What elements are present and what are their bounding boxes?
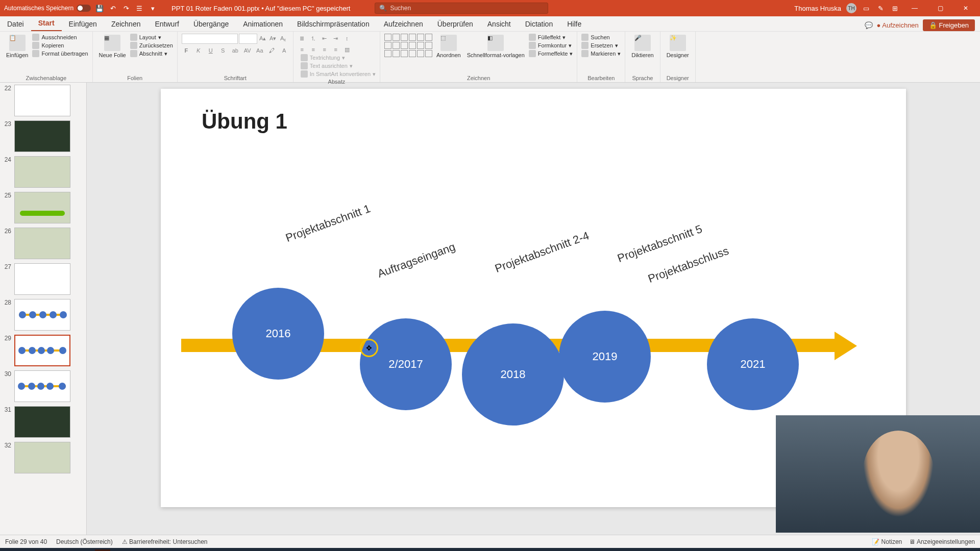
find-button[interactable]: Suchen: [581, 34, 621, 41]
section-button[interactable]: Abschnitt ▾: [130, 50, 173, 57]
slide-counter[interactable]: Folie 29 von 40: [5, 538, 47, 545]
user-name[interactable]: Thomas Hruska: [794, 5, 841, 12]
tab-ueberpruefen[interactable]: Überprüfen: [430, 17, 480, 31]
label-1[interactable]: Projektabschnitt 1: [284, 202, 372, 245]
spacing-icon[interactable]: AV: [243, 46, 252, 55]
minimize-icon[interactable]: —: [904, 0, 925, 16]
shapes-gallery[interactable]: [384, 34, 432, 57]
dictate-button[interactable]: 🎤Diktieren: [629, 34, 655, 59]
quick-styles-button[interactable]: ◧Schnellformat-vorlagen: [465, 34, 527, 59]
display-settings-button[interactable]: 🖥 Anzeigeeinstellungen: [909, 538, 975, 545]
copy-button[interactable]: Kopieren: [32, 42, 88, 49]
bubble-2018[interactable]: 2018: [462, 323, 564, 425]
share-button[interactable]: 🔒 Freigeben: [923, 19, 975, 31]
autosave-toggle[interactable]: Automatisches Speichern: [4, 5, 91, 12]
bullets-icon[interactable]: ≣: [298, 34, 307, 43]
draw-icon[interactable]: ✎: [876, 4, 885, 13]
replace-button[interactable]: Ersetzen ▾: [581, 42, 621, 49]
notes-button[interactable]: 📝 Notizen: [872, 538, 902, 545]
touchmode-icon[interactable]: ☰: [135, 4, 144, 13]
tab-hilfe[interactable]: Hilfe: [560, 17, 589, 31]
timeline-arrowhead[interactable]: [835, 332, 857, 360]
tab-entwurf[interactable]: Entwurf: [148, 17, 186, 31]
label-2[interactable]: Auftragseingang: [376, 240, 457, 281]
new-slide-button[interactable]: ▦Neue Folie: [97, 34, 128, 59]
present-icon[interactable]: ▭: [862, 4, 871, 13]
bubble-2017[interactable]: 2/2017: [360, 318, 452, 410]
outline-button[interactable]: Formkontur ▾: [529, 42, 573, 49]
underline-icon[interactable]: U: [206, 46, 215, 55]
accessibility-status[interactable]: ⚠ Barrierefreiheit: Untersuchen: [122, 538, 208, 545]
format-painter-button[interactable]: Format übertragen: [32, 50, 88, 57]
cut-button[interactable]: Ausschneiden: [32, 34, 88, 41]
thumb-28[interactable]: [14, 299, 70, 331]
decrease-font-icon[interactable]: A▾: [268, 34, 278, 43]
paste-button[interactable]: 📋Einfügen: [4, 34, 30, 59]
indent-icon[interactable]: ⇥: [331, 34, 340, 43]
tab-animationen[interactable]: Animationen: [236, 17, 290, 31]
thumb-22[interactable]: [14, 85, 70, 116]
bubble-2019[interactable]: 2019: [559, 311, 651, 403]
font-size-box[interactable]: [239, 34, 257, 44]
select-button[interactable]: Markieren ▾: [581, 50, 621, 57]
thumb-25[interactable]: [14, 192, 70, 223]
tab-datei[interactable]: Datei: [0, 17, 31, 31]
tab-start[interactable]: Start: [31, 16, 62, 31]
thumb-32[interactable]: [14, 442, 70, 473]
record-button[interactable]: Aufzeichnen: [882, 21, 919, 29]
justify-icon[interactable]: ≡: [331, 45, 340, 54]
lineheight-icon[interactable]: ↕: [342, 34, 352, 43]
layout-button[interactable]: Layout ▾: [130, 34, 173, 41]
columns-icon[interactable]: ▥: [342, 45, 352, 54]
tab-aufzeichnen[interactable]: Aufzeichnen: [377, 17, 430, 31]
label-3[interactable]: Projektabschnitt 2-4: [493, 229, 591, 276]
tab-uebergaenge[interactable]: Übergänge: [186, 17, 236, 31]
increase-font-icon[interactable]: A▴: [258, 34, 267, 43]
clear-format-icon[interactable]: Aᵪ: [279, 34, 288, 43]
fill-button[interactable]: Fülleffekt ▾: [529, 34, 573, 41]
undo-icon[interactable]: ↶: [108, 4, 117, 13]
align-right-icon[interactable]: ≡: [320, 45, 329, 54]
reset-button[interactable]: Zurücksetzen: [130, 42, 173, 49]
effects-button[interactable]: Formeffekte ▾: [529, 50, 573, 57]
thumb-27[interactable]: [14, 263, 70, 295]
slide-thumbnails[interactable]: 22 23 24 25 26 27 28 29 30 31 32: [0, 83, 87, 535]
align-left-icon[interactable]: ≡: [298, 45, 307, 54]
thumb-24[interactable]: [14, 156, 70, 188]
redo-icon[interactable]: ↷: [121, 4, 131, 13]
outdent-icon[interactable]: ⇤: [320, 34, 329, 43]
more-qat-icon[interactable]: ▾: [148, 4, 157, 13]
fontcolor-icon[interactable]: A: [280, 46, 289, 55]
maximize-icon[interactable]: ▢: [930, 0, 950, 16]
thumb-23[interactable]: [14, 120, 70, 152]
slide-title[interactable]: Übung 1: [202, 109, 287, 134]
highlight-icon[interactable]: 🖍: [267, 46, 277, 55]
arrange-button[interactable]: ⬚Anordnen: [434, 34, 463, 59]
user-avatar[interactable]: TH: [846, 3, 856, 13]
tab-bildschirmpraesentation[interactable]: Bildschirmpräsentation: [290, 17, 377, 31]
bold-icon[interactable]: F: [182, 46, 191, 55]
designer-button[interactable]: ✨Designer: [665, 34, 691, 59]
thumb-30[interactable]: [14, 370, 70, 402]
numbers-icon[interactable]: ⒈: [309, 34, 318, 43]
bubble-2016[interactable]: 2016: [232, 288, 324, 380]
strike-icon[interactable]: S: [218, 46, 228, 55]
bubble-2021[interactable]: 2021: [707, 318, 799, 410]
window-icon[interactable]: ⊞: [890, 4, 899, 13]
italic-icon[interactable]: K: [194, 46, 203, 55]
shadow-icon[interactable]: ab: [231, 46, 240, 55]
tab-zeichnen[interactable]: Zeichnen: [104, 17, 148, 31]
collapse-ribbon-icon[interactable]: 💬: [865, 21, 873, 29]
tab-dictation[interactable]: Dictation: [518, 17, 560, 31]
thumb-29[interactable]: [14, 335, 70, 366]
thumb-31[interactable]: [14, 406, 70, 438]
close-icon[interactable]: ✕: [955, 0, 976, 16]
case-icon[interactable]: Aa: [255, 46, 264, 55]
thumb-26[interactable]: [14, 228, 70, 259]
align-center-icon[interactable]: ≡: [309, 45, 318, 54]
search-box[interactable]: 🔍 Suchen: [375, 3, 548, 14]
tab-ansicht[interactable]: Ansicht: [480, 17, 518, 31]
save-icon[interactable]: 💾: [95, 4, 104, 13]
tab-einfuegen[interactable]: Einfügen: [62, 17, 104, 31]
font-name-box[interactable]: [182, 34, 238, 44]
